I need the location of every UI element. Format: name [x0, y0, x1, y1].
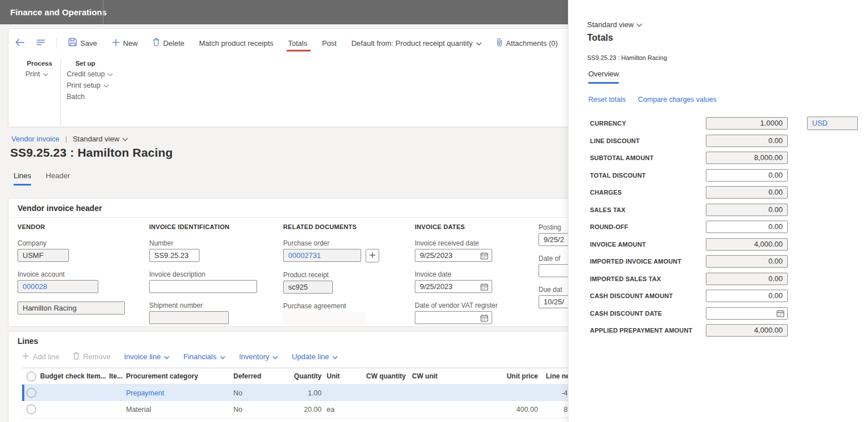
- invoice-identification-field-group: INVOICE IDENTIFICATION Number SS9.25.23 …: [149, 223, 257, 333]
- cash-discount-date-field[interactable]: [706, 307, 788, 320]
- company-label: Company: [18, 239, 125, 247]
- invoice-received-date-field[interactable]: 9/25/2023: [415, 249, 492, 262]
- calendar-icon[interactable]: [480, 313, 488, 325]
- cell-procurement-category[interactable]: Material: [124, 406, 231, 414]
- back-arrow-icon: [15, 38, 25, 48]
- radio-icon: [27, 388, 36, 398]
- company-field: USMF: [18, 249, 69, 262]
- row-radio[interactable]: [22, 388, 38, 398]
- credit-setup-menu[interactable]: Credit setup: [67, 70, 113, 78]
- plus-icon: [369, 251, 376, 261]
- chevron-down-icon: [107, 70, 113, 78]
- remove-line-button[interactable]: Remove: [73, 352, 110, 361]
- field-row-subtotal-amount: SUBTOTAL AMOUNT 8,000.00: [590, 152, 856, 164]
- cell-quantity: 20.00: [288, 406, 323, 414]
- col-budget-check[interactable]: Budget check r...: [38, 372, 84, 380]
- invoice-account-field[interactable]: 000028: [18, 280, 98, 293]
- invoice-description-field[interactable]: [149, 280, 257, 293]
- vat-register-date-field[interactable]: [415, 311, 492, 324]
- purchase-order-field[interactable]: 00002731: [283, 249, 361, 262]
- print-setup-menu[interactable]: Print setup: [67, 81, 109, 89]
- view-selector[interactable]: Standard view: [73, 135, 128, 143]
- inventory-menu[interactable]: Inventory: [239, 352, 278, 361]
- financials-line-label: Financials: [183, 352, 216, 361]
- breadcrumb-vendor-invoice-link[interactable]: Vendor invoice: [11, 135, 59, 143]
- collapse-pane-button[interactable]: [36, 39, 45, 48]
- purchase-order-label: Purchase order: [283, 239, 379, 247]
- col-deferred[interactable]: Deferred: [231, 372, 288, 380]
- line-discount-label: LINE DISCOUNT: [590, 137, 703, 144]
- panel-view-selector-label: Standard view: [587, 20, 633, 29]
- add-purchase-order-button[interactable]: [366, 249, 379, 262]
- new-button[interactable]: New: [112, 38, 138, 48]
- attachments-button[interactable]: Attachments (0): [497, 38, 558, 49]
- imported-invoice-amount-label: IMPORTED INVOICE AMOUNT: [590, 258, 703, 265]
- ribbon-divider: [60, 58, 61, 126]
- plus-icon: [22, 352, 29, 361]
- breadcrumb-separator: |: [65, 135, 67, 143]
- currency-rate-field: 1.0000: [706, 117, 788, 130]
- compare-charges-values-link[interactable]: Compare charges values: [638, 96, 717, 104]
- selected-row-indicator: [22, 385, 24, 401]
- back-button[interactable]: [15, 38, 25, 48]
- header-card-title: Vendor invoice header: [18, 204, 102, 213]
- round-off-field[interactable]: 0.00: [706, 221, 788, 233]
- page-title: SS9.25.23 : Hamilton Racing: [10, 146, 173, 160]
- delete-label: Delete: [163, 39, 185, 48]
- purchase-agreement-field: [283, 312, 365, 325]
- chevron-down-icon: [636, 20, 643, 29]
- add-line-button[interactable]: Add line: [22, 352, 59, 361]
- field-row-cash-discount-amount: CASH DISCOUNT AMOUNT 0.00: [590, 290, 856, 302]
- tab-header[interactable]: Header: [46, 171, 70, 186]
- reset-totals-link[interactable]: Reset totals: [588, 96, 626, 104]
- update-line-menu[interactable]: Update line: [292, 352, 338, 361]
- calendar-icon[interactable]: [480, 282, 488, 294]
- col-item[interactable]: Item...: [84, 372, 107, 380]
- save-button[interactable]: Save: [68, 38, 97, 48]
- vat-register-date-label: Date of vendor VAT register: [415, 302, 498, 309]
- invoice-date-field[interactable]: 9/25/2023: [415, 280, 492, 293]
- calendar-icon[interactable]: [776, 309, 784, 321]
- post-button[interactable]: Post: [322, 39, 337, 48]
- batch-label: Batch: [67, 93, 85, 101]
- print-label: Print: [25, 70, 40, 78]
- col-unit-price[interactable]: Unit price: [447, 372, 539, 380]
- calendar-icon[interactable]: [480, 251, 488, 263]
- field-row-charges: CHARGES 0.00: [590, 186, 856, 199]
- delete-button[interactable]: Delete: [153, 38, 185, 48]
- batch-menu[interactable]: Batch: [67, 93, 85, 101]
- select-all-radio[interactable]: [22, 372, 38, 381]
- chevron-down-icon: [103, 81, 109, 89]
- field-row-imported-sales-tax: IMPORTED SALES TAX 0.00: [590, 273, 856, 285]
- currency-code-link[interactable]: USD: [812, 119, 827, 127]
- row-radio[interactable]: [22, 404, 38, 414]
- match-product-receipts-button[interactable]: Match product receipts: [199, 39, 274, 48]
- vendor-name-field: Hamilton Racing: [18, 302, 125, 315]
- vendor-field-group: VENDOR Company USMF Invoice account 0000…: [18, 223, 125, 323]
- col-cw-quantity[interactable]: CW quantity: [362, 372, 407, 380]
- invoice-line-menu[interactable]: Invoice line: [124, 352, 170, 361]
- radio-icon: [27, 372, 36, 381]
- tab-lines[interactable]: Lines: [14, 171, 31, 186]
- col-cw-unit[interactable]: CW unit: [407, 372, 447, 380]
- col-ite[interactable]: Ite...: [107, 372, 124, 380]
- financials-line-menu[interactable]: Financials: [183, 352, 225, 361]
- col-unit[interactable]: Unit: [323, 372, 362, 380]
- total-discount-field[interactable]: 0.00: [706, 169, 788, 182]
- col-quantity[interactable]: Quantity: [288, 372, 323, 380]
- cell-procurement-category[interactable]: Prepayment: [124, 389, 231, 397]
- invoice-date-label: Invoice date: [415, 270, 498, 278]
- totals-button[interactable]: Totals: [288, 39, 307, 48]
- tab-overview[interactable]: Overview: [588, 70, 619, 84]
- panel-view-selector[interactable]: Standard view: [587, 20, 643, 29]
- default-from-menu[interactable]: Default from: Product receipt quantity: [351, 39, 483, 48]
- purchase-agreement-label: Purchase agreement: [283, 302, 379, 310]
- setup-group-label: Set up: [67, 60, 104, 67]
- cash-discount-amount-field[interactable]: 0.00: [706, 290, 788, 302]
- related-documents-group-header: RELATED DOCUMENTS: [283, 223, 379, 231]
- related-documents-field-group: RELATED DOCUMENTS Purchase order 0000273…: [283, 223, 379, 333]
- number-field[interactable]: SS9.25.23: [149, 249, 199, 262]
- totals-panel: Standard view Totals SS9.25.23 : Hamilto…: [568, 0, 868, 422]
- col-procurement-category[interactable]: Procurement category: [124, 372, 231, 380]
- print-menu[interactable]: Print: [25, 70, 49, 78]
